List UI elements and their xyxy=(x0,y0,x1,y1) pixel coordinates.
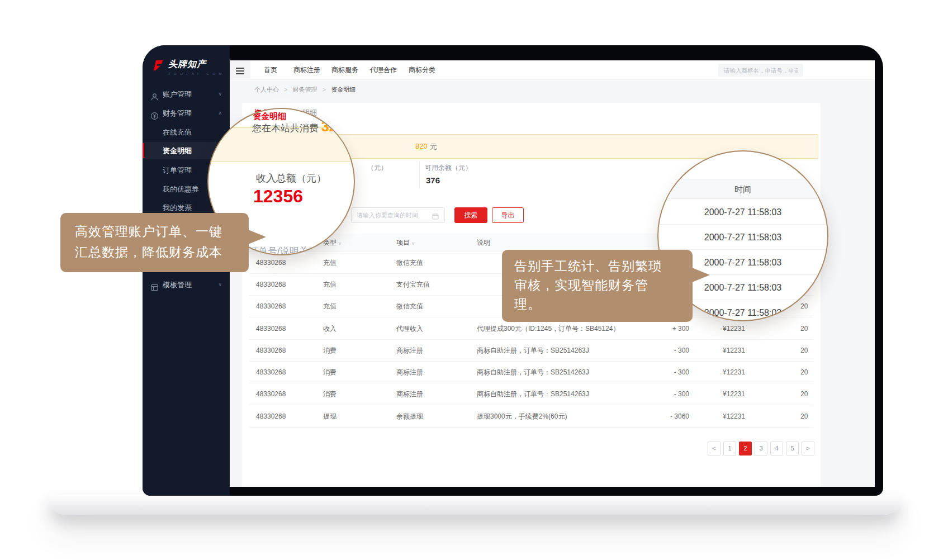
banner-amount-partial: 820 xyxy=(415,142,428,150)
callout-right: 告别手工统计、告别繁琐 审核，实现智能财务管 理。 xyxy=(502,250,693,322)
banner-unit: 元 xyxy=(430,142,437,152)
table-row: 48330268提现余额提现提现3000元，手续费2%(60元)- 3060¥1… xyxy=(249,406,813,428)
page-button-3[interactable]: 3 xyxy=(755,442,767,455)
sort-caret-icon: ∨ xyxy=(411,241,415,246)
chevron-up-icon: ∧ xyxy=(218,105,222,122)
chevron-down-icon: ∨ xyxy=(218,86,222,103)
breadcrumb-current: 资金明细 xyxy=(331,86,356,93)
page-button-1[interactable]: 1 xyxy=(723,442,736,455)
nav-link-register[interactable]: 商标注册 xyxy=(293,60,320,80)
search-button[interactable]: 搜索 xyxy=(454,207,487,223)
sort-caret-icon: ∨ xyxy=(338,241,342,246)
chevron-down-icon: ∨ xyxy=(218,276,222,293)
page-prev-button[interactable]: < xyxy=(708,442,721,455)
nav-link-category[interactable]: 商标分类 xyxy=(409,60,435,80)
sidebar-item-account[interactable]: 账户管理 ∨ xyxy=(143,86,230,103)
sidebar-item-templates[interactable]: 模板管理 ∨ xyxy=(143,276,230,293)
lens-income-label: 收入总额（元） xyxy=(256,172,326,185)
calendar-icon[interactable] xyxy=(432,212,439,219)
callout-tail-icon xyxy=(692,268,710,282)
date-query-input[interactable] xyxy=(351,207,445,223)
finance-icon xyxy=(150,109,159,117)
laptop-base xyxy=(49,495,901,515)
breadcrumb: 个人中心 > 财务管理 > 资金明细 xyxy=(230,80,875,98)
brand-name: 头牌知产 xyxy=(168,59,206,69)
nav-link-home[interactable]: 首页 xyxy=(264,60,277,80)
nav-link-agency[interactable]: 代理合作 xyxy=(370,60,397,80)
page-button-4[interactable]: 4 xyxy=(770,442,783,455)
sidebar-item-label: 账户管理 xyxy=(163,86,192,103)
stat-balance-value: 376 xyxy=(426,175,440,185)
template-icon xyxy=(150,281,159,289)
breadcrumb-part[interactable]: 财务管理 xyxy=(293,86,317,93)
col-project-header[interactable]: 项目∨ xyxy=(396,234,415,253)
table-row: 48330268消费商标注册商标自助注册，订单号：SB2514263J- 300… xyxy=(249,383,813,405)
col-desc-header: 说明 xyxy=(477,234,490,252)
nav-link-services[interactable]: 商标服务 xyxy=(331,60,358,80)
user-icon xyxy=(150,90,159,98)
top-navbar: 首页 商标注册 商标服务 代理合作 商标分类 xyxy=(230,60,875,80)
sidebar-item-label: 财务管理 xyxy=(163,105,192,122)
page-next-button[interactable]: > xyxy=(802,442,814,455)
export-button[interactable]: 导出 xyxy=(492,207,524,223)
table-row: 48330268消费商标注册商标自助注册，订单号：SB2514263J- 300… xyxy=(249,362,813,383)
page-button-2-active[interactable]: 2 xyxy=(739,442,752,455)
breadcrumb-part[interactable]: 个人中心 xyxy=(254,86,279,93)
brand: 头牌知产 T O U P A I . C O M xyxy=(151,59,224,75)
pagination: < 1 2 3 4 5 > xyxy=(708,442,814,455)
sidebar-item-finance[interactable]: 财务管理 ∧ xyxy=(143,105,230,122)
callout-left: 高效管理账户订单、一键 汇总数据，降低财务成本 xyxy=(60,213,249,272)
stat-balance-label: 可用余额（元） xyxy=(425,163,472,173)
brand-subtext: T O U P A I . C O M xyxy=(168,72,223,75)
lens-income-value: 12356 xyxy=(253,186,303,207)
lens-time-row: 2000-7-27 11:58:03 xyxy=(658,200,827,225)
brand-logo-icon xyxy=(151,59,165,74)
table-row: 48330268消费商标注册商标自助注册，订单号：SB2514263J- 300… xyxy=(249,340,813,362)
trademark-search-input[interactable] xyxy=(718,64,803,77)
hamburger-button[interactable] xyxy=(230,60,250,80)
stat-expense-label-partial: （元） xyxy=(367,163,387,173)
page-button-5[interactable]: 5 xyxy=(786,442,799,455)
lens-time-header: 时间 xyxy=(658,179,827,199)
callout-tail-icon xyxy=(248,230,266,244)
hamburger-icon xyxy=(230,60,250,74)
sidebar-item-recharge[interactable]: 在线充值 xyxy=(143,124,230,141)
stat-divider xyxy=(419,162,420,189)
page-canvas: 头牌知产 T O U P A I . C O M 账户管理 ∨ 财务管理 ∧ xyxy=(0,0,948,560)
lens-time-row: 2000-7-27 11:58:03 xyxy=(658,225,827,250)
